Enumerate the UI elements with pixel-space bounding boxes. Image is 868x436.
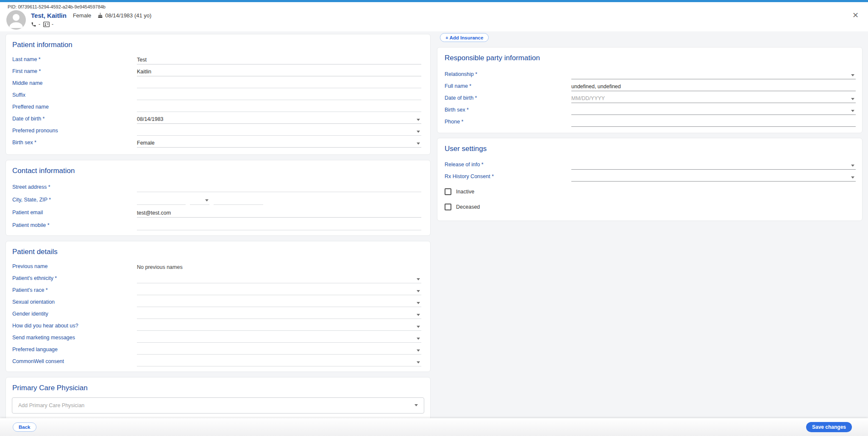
preferred-pronouns-select[interactable]: [137, 129, 421, 136]
field-row-rx-history-consent: Rx History Consent *: [437, 170, 862, 182]
patient-phone-quickinfo[interactable]: -: [31, 21, 40, 27]
field-row-last-name: Last name * Test: [6, 53, 430, 64]
field-label: Last name *: [6, 56, 137, 64]
patient-id-text: PID: 0f739611-5294-4592-a24b-9e945459784…: [8, 4, 106, 9]
patient-information-card: Patient information Last name * Test Fir…: [6, 34, 431, 155]
add-insurance-button[interactable]: + Add Insurance: [440, 33, 489, 42]
patient-sex: Female: [73, 12, 91, 19]
inactive-checkbox-row[interactable]: Inactive: [437, 187, 862, 197]
chevron-down-icon: [417, 119, 420, 121]
field-label: Birth sex *: [6, 140, 137, 148]
commonwell-consent-select[interactable]: [137, 359, 421, 366]
field-row-birth-sex: Birth sex * Female: [6, 136, 430, 148]
birth-sex-select[interactable]: Female: [137, 140, 421, 148]
checkbox-label: Inactive: [456, 189, 474, 195]
zip-input[interactable]: [214, 198, 263, 205]
inactive-checkbox[interactable]: [445, 188, 451, 195]
field-row-gender-identity: Gender identity: [6, 307, 430, 319]
right-column: + Add Insurance Responsible party inform…: [437, 31, 862, 221]
patient-header: PID: 0f739611-5294-4592-a24b-9e945459784…: [0, 2, 868, 31]
patient-phone-value: -: [39, 21, 40, 27]
user-settings-card: User settings Release of info * Rx Histo…: [437, 138, 862, 221]
back-button[interactable]: Back: [13, 422, 36, 432]
chevron-down-icon: [851, 110, 854, 112]
deceased-checkbox[interactable]: [445, 204, 451, 210]
relationship-select[interactable]: [571, 72, 856, 79]
field-label: Sexual orientation: [6, 299, 137, 307]
patient-mobile-input[interactable]: [137, 223, 421, 230]
previous-name-value: No previous names: [137, 264, 421, 271]
gender-identity-select[interactable]: [137, 312, 421, 319]
patient-contact-quickinfo[interactable]: -: [43, 21, 53, 27]
rp-phone-input[interactable]: [571, 120, 856, 127]
chevron-down-icon: [417, 143, 420, 145]
field-label: Middle name: [6, 80, 137, 88]
street-address-input[interactable]: [137, 185, 421, 192]
patient-email-input[interactable]: test@test.com: [137, 210, 421, 218]
suffix-input[interactable]: [137, 93, 421, 100]
ethnicity-select[interactable]: [137, 276, 421, 283]
race-select[interactable]: [137, 288, 421, 295]
rp-date-of-birth-select[interactable]: MM/DD/YYYY: [571, 95, 856, 103]
field-row-patient-email: Patient email test@test.com: [6, 205, 430, 218]
field-row-rp-phone: Phone *: [437, 115, 862, 127]
field-row-rp-birth-sex: Birth sex *: [437, 103, 862, 115]
date-of-birth-select[interactable]: 08/14/1983: [137, 116, 421, 124]
deceased-checkbox-row[interactable]: Deceased: [437, 202, 862, 212]
save-changes-button[interactable]: Save changes: [806, 422, 852, 432]
birthday-cake-icon: [97, 13, 103, 18]
section-title-user-settings: User settings: [437, 145, 862, 153]
hear-about-us-select[interactable]: [137, 324, 421, 331]
field-placeholder: MM/DD/YYYY: [571, 95, 605, 101]
close-icon[interactable]: ✕: [852, 11, 859, 19]
middle-name-input[interactable]: [137, 81, 421, 88]
patient-contact-value: -: [52, 21, 53, 27]
field-row-suffix: Suffix: [6, 88, 430, 100]
field-label: First name *: [6, 68, 137, 76]
add-pcp-select[interactable]: Add Primary Care Physician: [12, 397, 424, 414]
field-row-date-of-birth: Date of birth * 08/14/1983: [6, 112, 430, 124]
preferred-language-select[interactable]: [137, 347, 421, 355]
responsible-party-card: Responsible party information Relationsh…: [437, 47, 862, 133]
field-value: Test: [137, 57, 147, 63]
full-name-input[interactable]: undefined, undefined: [571, 84, 856, 91]
field-label: Date of birth *: [6, 116, 137, 124]
sexual-orientation-select[interactable]: [137, 300, 421, 307]
field-label: Date of birth *: [437, 95, 571, 103]
patient-name: Test, Kaitlin: [31, 12, 67, 19]
chevron-down-icon: [851, 165, 854, 167]
field-row-preferred-pronouns: Preferred pronouns: [6, 124, 430, 136]
patient-dob-text: 08/14/1983 (41 yo): [105, 12, 151, 19]
field-label: Patient's race *: [6, 287, 137, 295]
footer-bar: Back Save changes: [0, 418, 868, 436]
contact-information-card: Contact information Street address * Cit…: [6, 160, 431, 236]
field-label: Patient email: [6, 210, 137, 218]
field-row-release-of-info: Release of info *: [437, 158, 862, 170]
field-row-city-state-zip: City, State, ZIP *: [6, 192, 430, 205]
field-label: Patient mobile *: [6, 222, 137, 230]
city-input[interactable]: [137, 198, 186, 205]
field-label: Birth sex *: [437, 107, 571, 115]
field-value: No previous names: [137, 264, 183, 270]
preferred-name-input[interactable]: [137, 105, 421, 112]
avatar: [6, 10, 26, 30]
field-value: Kaitlin: [137, 69, 151, 75]
chevron-down-icon: [417, 290, 420, 292]
field-row-first-name: First name * Kaitlin: [6, 64, 430, 76]
field-row-preferred-language: Preferred language: [6, 343, 430, 355]
rx-history-consent-select[interactable]: [571, 174, 856, 182]
field-row-commonwell-consent: CommonWell consent: [6, 355, 430, 366]
last-name-input[interactable]: Test: [137, 57, 421, 64]
state-select[interactable]: [190, 198, 209, 205]
contact-card-icon: [43, 22, 50, 27]
marketing-messages-select[interactable]: [137, 335, 421, 343]
chevron-down-icon: [417, 314, 420, 316]
release-of-info-select[interactable]: [571, 162, 856, 170]
first-name-input[interactable]: Kaitlin: [137, 69, 421, 76]
field-label: Relationship *: [437, 71, 571, 79]
field-row-hear-about-us: How did you hear about us?: [6, 319, 430, 331]
field-row-relationship: Relationship *: [437, 67, 862, 79]
rp-birth-sex-select[interactable]: [571, 108, 856, 115]
field-label: Release of info *: [437, 162, 571, 170]
checkbox-label: Deceased: [456, 204, 480, 210]
